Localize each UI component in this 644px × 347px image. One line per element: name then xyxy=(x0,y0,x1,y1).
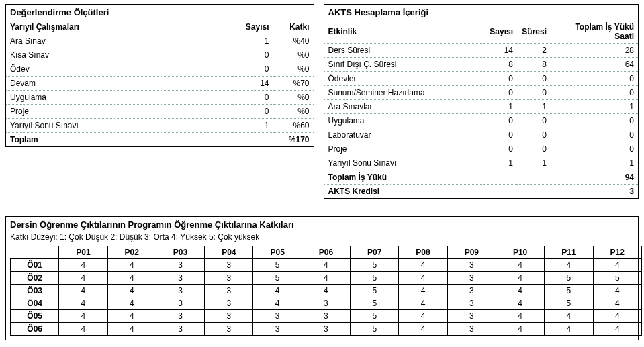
eval-total-row: Toplam%170 xyxy=(6,133,314,147)
eval-col-weight: Katkı xyxy=(273,20,314,34)
akts-row-total: 28 xyxy=(551,44,638,58)
matrix-cell: 3 xyxy=(205,310,253,323)
akts-row-duration: 0 xyxy=(517,114,551,128)
outcome-matrix-panel: Dersin Öğrenme Çıktılarının Programın Öğ… xyxy=(5,216,639,340)
matrix-cell: 3 xyxy=(447,310,496,323)
table-row: Sınıf Dışı Ç. Süresi8864 xyxy=(324,58,639,72)
matrix-row-header: Ö04 xyxy=(11,297,59,310)
table-row: Proje0%0 xyxy=(6,105,314,119)
table-row: Ö06443333543444 xyxy=(11,323,642,336)
matrix-cell: 4 xyxy=(107,323,156,336)
akts-row-count: 14 xyxy=(484,44,517,58)
eval-row-label: Uygulama xyxy=(6,91,233,105)
eval-row-label: Kısa Sınav xyxy=(6,48,233,62)
matrix-cell: 4 xyxy=(399,297,447,310)
matrix-cell: 3 xyxy=(447,259,496,272)
matrix-cell: 3 xyxy=(253,310,302,323)
table-row: Ara Sınavlar111 xyxy=(324,100,639,114)
eval-row-weight: %60 xyxy=(273,119,314,133)
akts-row-total: 1 xyxy=(551,100,638,114)
akts-col-activity: Etkinlik xyxy=(324,20,484,44)
matrix-cell: 4 xyxy=(107,285,156,297)
matrix-cell: 3 xyxy=(205,323,253,336)
akts-total-load-row: Toplam İş Yükü94 xyxy=(324,170,639,185)
matrix-col-header: P06 xyxy=(302,246,350,259)
akts-row-total: 64 xyxy=(551,58,638,72)
matrix-cell: 4 xyxy=(107,259,156,272)
matrix-cell: 3 xyxy=(447,297,496,310)
matrix-cell: 4 xyxy=(496,310,544,323)
matrix-col-header: P07 xyxy=(351,246,399,259)
matrix-cell: 4 xyxy=(59,310,107,323)
akts-total-load-value: 94 xyxy=(551,170,638,185)
akts-row-total: 0 xyxy=(551,86,638,100)
matrix-col-header: P10 xyxy=(496,246,544,259)
matrix-cell: 4 xyxy=(302,259,350,272)
matrix-cell: 3 xyxy=(302,323,350,336)
matrix-col-header: P09 xyxy=(447,246,496,259)
akts-col-total: Toplam İş Yükü Saati xyxy=(551,20,638,44)
table-row: Ö03443344543454 xyxy=(11,285,642,297)
matrix-cell: 3 xyxy=(253,323,302,336)
matrix-row-header: Ö06 xyxy=(11,323,59,336)
akts-row-duration: 1 xyxy=(517,156,551,170)
matrix-cell: 5 xyxy=(351,310,399,323)
akts-row-duration: 2 xyxy=(517,44,551,58)
akts-row-total: 0 xyxy=(551,128,638,142)
matrix-cell: 5 xyxy=(545,272,593,285)
matrix-col-header: P03 xyxy=(156,246,204,259)
matrix-cell: 5 xyxy=(253,272,302,285)
akts-row-duration: 0 xyxy=(517,86,551,100)
matrix-corner-blank xyxy=(11,246,59,259)
akts-row-label: Sınıf Dışı Ç. Süresi xyxy=(324,58,484,72)
matrix-col-header: P05 xyxy=(253,246,302,259)
matrix-cell: 4 xyxy=(302,272,350,285)
matrix-cell: 3 xyxy=(302,310,350,323)
matrix-cell: 3 xyxy=(205,285,253,297)
matrix-cell: 4 xyxy=(59,297,107,310)
akts-table: Etkinlik Sayısı Süresi Toplam İş Yükü Sa… xyxy=(324,20,639,198)
eval-col-label: Yarıyıl Çalışmaları xyxy=(6,20,233,34)
akts-credit-row: AKTS Kredisi3 xyxy=(324,185,639,199)
table-row: Ödevler000 xyxy=(324,72,639,86)
matrix-cell: 4 xyxy=(399,323,447,336)
matrix-col-header: P11 xyxy=(545,246,593,259)
matrix-cell: 4 xyxy=(399,272,447,285)
matrix-cell: 3 xyxy=(156,272,204,285)
eval-row-label: Ara Sınav xyxy=(6,34,233,48)
matrix-cell: 4 xyxy=(593,297,641,310)
matrix-cell: 5 xyxy=(351,323,399,336)
table-row: Ders Süresi14228 xyxy=(324,44,639,58)
matrix-cell: 4 xyxy=(399,310,447,323)
matrix-col-header: P01 xyxy=(59,246,107,259)
matrix-cell: 4 xyxy=(545,310,593,323)
eval-row-label: Yarıyıl Sonu Sınavı xyxy=(6,119,233,133)
akts-row-label: Uygulama xyxy=(324,114,484,128)
matrix-cell: 3 xyxy=(156,285,204,297)
matrix-cell: 5 xyxy=(545,297,593,310)
matrix-col-header: P02 xyxy=(107,246,156,259)
akts-row-duration: 0 xyxy=(517,72,551,86)
matrix-cell: 4 xyxy=(496,297,544,310)
akts-row-duration: 8 xyxy=(517,58,551,72)
akts-row-label: Proje xyxy=(324,142,484,156)
matrix-cell: 3 xyxy=(156,310,204,323)
table-row: Kısa Sınav0%0 xyxy=(6,48,314,62)
matrix-row-header: Ö03 xyxy=(11,285,59,297)
table-row: Uygulama000 xyxy=(324,114,639,128)
matrix-cell: 3 xyxy=(156,259,204,272)
matrix-cell: 4 xyxy=(253,285,302,297)
matrix-row-header: Ö05 xyxy=(11,310,59,323)
eval-row-label: Devam xyxy=(6,77,233,91)
eval-col-count: Sayısı xyxy=(233,20,273,34)
outcome-matrix-note: Katkı Düzeyi: 1: Çok Düşük 2: Düşük 3: O… xyxy=(6,232,638,244)
eval-row-count: 0 xyxy=(233,91,273,105)
matrix-cell: 5 xyxy=(593,272,641,285)
matrix-cell: 5 xyxy=(351,272,399,285)
matrix-cell: 4 xyxy=(496,259,544,272)
matrix-cell: 4 xyxy=(399,285,447,297)
matrix-cell: 4 xyxy=(496,272,544,285)
matrix-cell: 4 xyxy=(59,285,107,297)
matrix-cell: 4 xyxy=(302,285,350,297)
matrix-cell: 3 xyxy=(205,259,253,272)
